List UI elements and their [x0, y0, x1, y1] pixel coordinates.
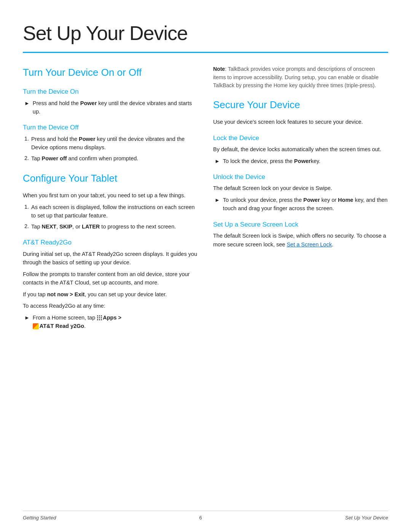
subsection-turn-off-title: Turn the Device Off [23, 123, 198, 133]
att-para1: During initial set up, the AT&T Ready2Go… [23, 250, 198, 267]
configure-intro: When you first turn on your tab;et, you … [23, 191, 198, 200]
lock-bullet-text: To lock the device, press the Powerkey. [223, 157, 320, 165]
screen-lock-para: The default Screen lock is Swipe, which … [213, 232, 388, 249]
note-label: Note [213, 66, 225, 72]
att-para3: If you tap not now > Exit, you can set u… [23, 290, 198, 299]
configure-item-1: 1. As each screen is displayed, follow t… [24, 203, 198, 220]
unlock-bullet: ► To unlock your device, press the Power… [215, 196, 388, 213]
turn-off-item-2: 2. Tap Power off and confirm when prompt… [24, 154, 198, 163]
bullet-arrow-lock-icon: ► [215, 157, 220, 165]
bullet-arrow-att-icon: ► [24, 314, 30, 322]
footer-left: Getting Started [23, 514, 56, 522]
section-configure-title: Configure Your Tablet [23, 171, 198, 186]
right-column: Note: TalkBack provides voice prompts an… [213, 65, 388, 333]
apps-icon [97, 315, 102, 321]
turn-on-bullet-text: Press and hold the Power key until the d… [33, 99, 198, 116]
unlock-para: The default Screen lock on your device i… [213, 184, 388, 192]
att-para4: To access Ready2Go at any time: [23, 302, 198, 310]
subsection-turn-on-title: Turn the Device On [23, 87, 198, 97]
configure-item-2: 2. Tap NEXT, SKIP, or LATER to progress … [24, 222, 198, 231]
unlock-bullet-text: To unlock your device, press the Power k… [223, 196, 388, 213]
set-screen-lock-link[interactable]: Set a Screen Lock [287, 241, 332, 248]
subsection-screen-lock-title: Set Up a Secure Screen Lock [213, 220, 388, 230]
att-app-icon [33, 323, 39, 329]
bullet-arrow-icon: ► [24, 99, 30, 107]
section-secure-title: Secure Your Device [213, 97, 388, 112]
turn-off-list: 1. Press and hold the Power key until th… [24, 135, 198, 163]
footer-page-number: 6 [199, 514, 202, 522]
note-text: Note: TalkBack provides voice prompts an… [213, 65, 388, 90]
subsection-att-title: AT&T Ready2Go [23, 238, 198, 248]
main-content: Turn Your Device On or Off Turn the Devi… [23, 65, 388, 333]
att-bullet-text: From a Home screen, tap Apps > AT&T Read… [33, 313, 121, 331]
att-bullet: ► From a Home screen, tap Apps > AT&T Re… [24, 313, 198, 331]
lock-para: By default, the device locks automatical… [213, 145, 388, 153]
lock-bullet: ► To lock the device, press the Powerkey… [215, 157, 388, 165]
turn-off-item-1: 1. Press and hold the Power key until th… [24, 135, 198, 152]
page: Set Up Your Device Turn Your Device On o… [0, 0, 411, 532]
title-divider [23, 52, 388, 53]
subsection-unlock-title: Unlock the Device [213, 172, 388, 182]
section-turn-on-off-title: Turn Your Device On or Off [23, 65, 198, 80]
footer: Getting Started 6 Set Up Your Device [23, 511, 388, 522]
secure-intro: Use your device's screen lock features t… [213, 118, 388, 126]
att-para2: Follow the prompts to transfer content f… [23, 270, 198, 287]
footer-right: Set Up Your Device [345, 514, 388, 522]
subsection-lock-title: Lock the Device [213, 133, 388, 143]
note-box: Note: TalkBack provides voice prompts an… [213, 65, 388, 90]
left-column: Turn Your Device On or Off Turn the Devi… [23, 65, 198, 333]
turn-on-bullet: ► Press and hold the Power key until the… [24, 99, 198, 116]
page-title: Set Up Your Device [23, 18, 388, 48]
bullet-arrow-unlock-icon: ► [215, 196, 220, 204]
configure-list: 1. As each screen is displayed, follow t… [24, 203, 198, 231]
